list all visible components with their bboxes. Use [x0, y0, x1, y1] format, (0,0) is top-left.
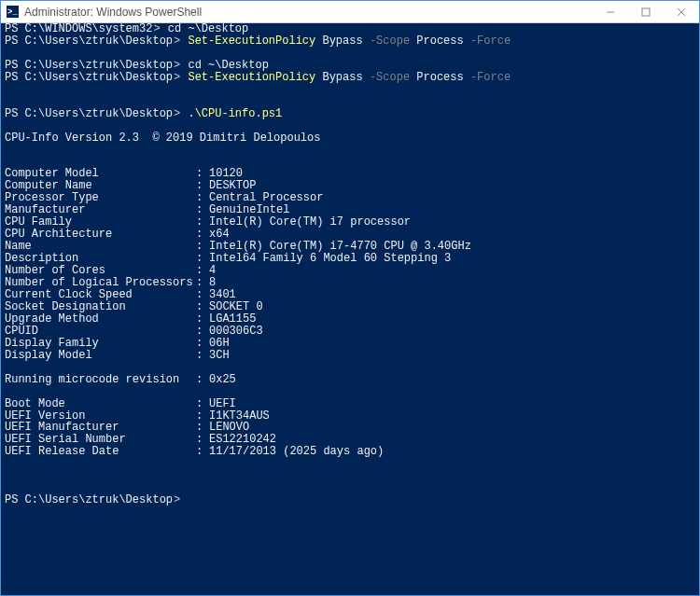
info-label: CPU Architecture [5, 229, 196, 241]
terminal-line: Computer Model: 10120 [5, 168, 695, 180]
info-label: UEFI Release Date [5, 446, 196, 458]
close-button[interactable] [664, 1, 699, 22]
command-token: Set-ExecutionPolicy [188, 35, 322, 48]
prompt-caret: > [174, 35, 187, 48]
prompt-path: PS C:\Users\ztruk\Desktop [5, 71, 173, 84]
terminal-line: Running microcode revision: 0x25 [5, 374, 695, 386]
terminal-line: Computer Name: DESKTOP [5, 180, 695, 192]
info-label: Running microcode revision [5, 374, 196, 386]
info-value: LGA1155 [209, 313, 256, 326]
powershell-icon: >_ [7, 6, 19, 18]
info-value: 000306C3 [209, 326, 263, 338]
terminal-line [5, 120, 695, 132]
command-token: cd ~\Desktop [168, 22, 248, 35]
info-value: 11/17/2013 (2025 days ago) [209, 446, 384, 458]
window-title: Administrator: Windows PowerShell [24, 6, 593, 19]
info-value: Intel(R) Core(TM) i7 processor [209, 216, 411, 229]
info-value: SOCKET 0 [209, 301, 263, 313]
info-colon: : [196, 398, 209, 410]
terminal-line: Display Model: 3CH [5, 350, 695, 362]
command-token: Bypass [322, 35, 369, 48]
info-label: Display Model [5, 350, 196, 362]
prompt-path: PS C:\Users\ztruk\Desktop [5, 493, 173, 506]
command-token: Process [416, 35, 470, 48]
info-value: 3401 [209, 289, 236, 301]
prompt-caret: > [153, 22, 166, 35]
svg-rect-1 [642, 8, 650, 16]
terminal-line [5, 386, 695, 398]
prompt-path: PS C:\Users\ztruk\Desktop [5, 107, 173, 120]
prompt-path: PS C:\WINDOWS\system32 [5, 22, 152, 35]
terminal-output[interactable]: PS C:\WINDOWS\system32> cd ~\DesktopPS C… [1, 23, 699, 506]
command-token: -Scope [370, 71, 416, 84]
prompt-caret: > [174, 59, 187, 72]
terminal-line: Description: Intel64 Family 6 Model 60 S… [5, 253, 695, 265]
info-colon: : [196, 338, 209, 350]
window-controls [593, 1, 699, 22]
info-value: 3CH [209, 350, 230, 362]
terminal-line: PS C:\Users\ztruk\Desktop> [5, 494, 695, 506]
command-token: -Scope [370, 35, 416, 48]
terminal-line: Socket Designation: SOCKET 0 [5, 301, 695, 313]
prompt-caret: > [174, 71, 187, 84]
terminal-line [5, 145, 695, 157]
terminal-line: CPUID: 000306C3 [5, 326, 695, 338]
info-value: Intel64 Family 6 Model 60 Stepping 3 [209, 253, 451, 265]
info-value: 0x25 [209, 374, 236, 386]
terminal-line: PS C:\Users\ztruk\Desktop> .\CPU-info.ps… [5, 108, 695, 120]
info-colon: : [196, 326, 209, 338]
terminal-line: Processor Type: Central Processor [5, 192, 695, 204]
terminal-line: UEFI Release Date: 11/17/2013 (2025 days… [5, 446, 695, 458]
command-token: -Force [470, 35, 511, 48]
window-titlebar: >_ Administrator: Windows PowerShell [1, 1, 699, 23]
info-label: Display Family [5, 338, 196, 350]
command-token: Bypass [322, 71, 369, 84]
info-colon: : [196, 446, 209, 458]
terminal-line: CPU-Info Version 2.3 © 2019 Dimitri Delo… [5, 132, 695, 145]
info-label: Socket Designation [5, 301, 196, 313]
info-value: 06H [209, 338, 230, 350]
terminal-line: Display Family: 06H [5, 338, 695, 350]
command-token: -Force [470, 71, 511, 84]
info-colon: : [196, 289, 209, 301]
terminal-line [5, 458, 695, 470]
terminal-line: Boot Mode: UEFI [5, 398, 695, 410]
prompt-path: PS C:\Users\ztruk\Desktop [5, 35, 173, 48]
terminal-line [5, 470, 695, 482]
info-label: CPUID [5, 326, 196, 338]
info-value: UEFI [209, 398, 236, 410]
maximize-button[interactable] [628, 1, 664, 22]
command-token: Set-ExecutionPolicy [188, 71, 322, 84]
prompt-caret: > [174, 493, 187, 506]
terminal-line [5, 362, 695, 374]
command-token: cd ~\Desktop [188, 59, 268, 72]
prompt-caret: > [174, 107, 187, 120]
info-colon: : [196, 350, 209, 362]
info-label: Upgrade Method [5, 313, 196, 326]
terminal-line [5, 156, 695, 168]
info-label: Current Clock Speed [5, 289, 196, 301]
terminal-line: PS C:\Users\ztruk\Desktop> Set-Execution… [5, 35, 695, 48]
prompt-path: PS C:\Users\ztruk\Desktop [5, 59, 173, 72]
info-colon: : [196, 374, 209, 386]
command-token: .\CPU-info.ps1 [188, 107, 282, 120]
terminal-line: Current Clock Speed: 3401 [5, 289, 695, 301]
info-colon: : [196, 313, 209, 326]
terminal-line [5, 84, 695, 96]
terminal-line: PS C:\Users\ztruk\Desktop> Set-Execution… [5, 72, 695, 84]
info-label: Boot Mode [5, 398, 196, 410]
info-colon: : [196, 301, 209, 313]
terminal-line: Upgrade Method: LGA1155 [5, 313, 695, 326]
command-token: Process [416, 71, 470, 84]
minimize-button[interactable] [593, 1, 628, 22]
